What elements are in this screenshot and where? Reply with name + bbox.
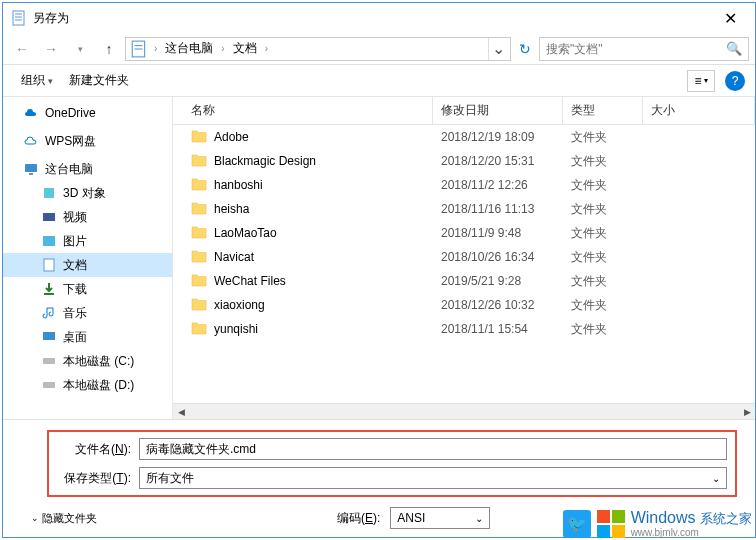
3d-objects-icon [41, 185, 57, 201]
table-row[interactable]: xiaoxiong2018/12/26 10:32文件夹 [173, 293, 755, 317]
breadcrumb-root[interactable]: 这台电脑 [161, 40, 217, 57]
table-row[interactable]: Blackmagic Design2018/12/20 15:31文件夹 [173, 149, 755, 173]
help-button[interactable]: ? [725, 71, 745, 91]
svg-rect-14 [43, 358, 55, 364]
svg-rect-15 [43, 382, 55, 388]
file-type: 文件夹 [563, 321, 643, 338]
chevron-right-icon: › [221, 43, 224, 54]
wps-cloud-icon [23, 133, 39, 149]
file-list-area: 名称 修改日期 类型 大小 Adobe2018/12/19 18:09文件夹Bl… [173, 97, 755, 419]
folder-icon [191, 321, 207, 338]
column-size[interactable]: 大小 [643, 97, 755, 124]
refresh-button[interactable]: ↻ [514, 41, 536, 57]
breadcrumb[interactable]: › 这台电脑 › 文档 › ⌄ [125, 37, 511, 61]
encoding-select[interactable]: ANSI⌄ [390, 507, 490, 529]
file-date: 2018/10/26 16:34 [433, 250, 563, 264]
file-name: Navicat [214, 250, 254, 264]
document-location-icon [130, 40, 148, 58]
folder-icon [191, 129, 207, 146]
table-row[interactable]: heisha2018/11/16 11:13文件夹 [173, 197, 755, 221]
sidebar-pictures[interactable]: 图片 [3, 229, 172, 253]
organize-menu[interactable]: 组织▾ [13, 72, 61, 89]
file-name: xiaoxiong [214, 298, 265, 312]
sidebar-thispc[interactable]: 这台电脑 [3, 157, 172, 181]
file-name: heisha [214, 202, 249, 216]
chevron-right-icon: › [154, 43, 157, 54]
filetype-select[interactable]: 所有文件⌄ [139, 467, 727, 489]
pictures-icon [41, 233, 57, 249]
sidebar-wps[interactable]: WPS网盘 [3, 129, 172, 153]
search-box[interactable]: 🔍 [539, 37, 749, 61]
file-type: 文件夹 [563, 129, 643, 146]
filetype-row: 保存类型(T): 所有文件⌄ [57, 467, 727, 489]
svg-rect-8 [29, 173, 33, 175]
file-type: 文件夹 [563, 153, 643, 170]
back-button[interactable]: ← [9, 36, 35, 62]
sidebar-disk-c[interactable]: 本地磁盘 (C:) [3, 349, 172, 373]
search-input[interactable] [546, 42, 726, 56]
svg-rect-9 [44, 188, 54, 198]
table-row[interactable]: Adobe2018/12/19 18:09文件夹 [173, 125, 755, 149]
file-name: WeChat Files [214, 274, 286, 288]
file-type: 文件夹 [563, 177, 643, 194]
table-row[interactable]: hanboshi2018/11/2 12:26文件夹 [173, 173, 755, 197]
chevron-down-icon: ⌄ [475, 513, 483, 524]
sidebar-disk-d[interactable]: 本地磁盘 (D:) [3, 373, 172, 397]
table-row[interactable]: Navicat2018/10/26 16:34文件夹 [173, 245, 755, 269]
sidebar-music[interactable]: 音乐 [3, 301, 172, 325]
sidebar-onedrive[interactable]: OneDrive [3, 101, 172, 125]
chevron-down-icon: ⌄ [712, 473, 720, 484]
navigation-tree[interactable]: OneDrive WPS网盘 这台电脑 3D 对象 视频 图片 文档 下载 音乐… [3, 97, 173, 419]
view-mode-dropdown[interactable]: ≡ ▾ [687, 70, 715, 92]
downloads-icon [41, 281, 57, 297]
table-row[interactable]: LaoMaoTao2018/11/9 9:48文件夹 [173, 221, 755, 245]
chevron-right-icon: › [265, 43, 268, 54]
file-list[interactable]: Adobe2018/12/19 18:09文件夹Blackmagic Desig… [173, 125, 755, 403]
column-date[interactable]: 修改日期 [433, 97, 563, 124]
table-row[interactable]: WeChat Files2019/5/21 9:28文件夹 [173, 269, 755, 293]
column-type[interactable]: 类型 [563, 97, 643, 124]
hide-folders-toggle[interactable]: ⌄隐藏文件夹 [31, 511, 97, 526]
column-name[interactable]: 名称 [173, 97, 433, 124]
file-name: Adobe [214, 130, 249, 144]
sidebar-videos[interactable]: 视频 [3, 205, 172, 229]
notepad-icon [11, 10, 27, 26]
scroll-left-icon[interactable]: ◀ [173, 407, 189, 417]
recent-dropdown[interactable]: ▾ [67, 36, 93, 62]
folder-icon [191, 153, 207, 170]
titlebar: 另存为 ✕ [3, 3, 755, 33]
highlight-annotation: 文件名(N): 保存类型(T): 所有文件⌄ [47, 430, 737, 497]
file-date: 2018/11/16 11:13 [433, 202, 563, 216]
body-area: OneDrive WPS网盘 这台电脑 3D 对象 视频 图片 文档 下载 音乐… [3, 97, 755, 419]
computer-icon [23, 161, 39, 177]
sidebar-documents[interactable]: 文档 [3, 253, 172, 277]
navigation-bar: ← → ▾ ↑ › 这台电脑 › 文档 › ⌄ ↻ 🔍 [3, 33, 755, 65]
sidebar-3d-objects[interactable]: 3D 对象 [3, 181, 172, 205]
filename-input[interactable] [139, 438, 727, 460]
file-name: yunqishi [214, 322, 258, 336]
horizontal-scrollbar[interactable]: ◀ ▶ [173, 403, 755, 419]
breadcrumb-dropdown[interactable]: ⌄ [488, 38, 508, 60]
sidebar-downloads[interactable]: 下载 [3, 277, 172, 301]
view-options: ≡ ▾ [687, 70, 715, 92]
svg-rect-13 [43, 332, 55, 340]
new-folder-button[interactable]: 新建文件夹 [61, 72, 137, 89]
filename-row: 文件名(N): [57, 438, 727, 460]
breadcrumb-current[interactable]: 文档 [229, 40, 261, 57]
search-icon: 🔍 [726, 41, 742, 56]
table-row[interactable]: yunqishi2018/11/1 15:54文件夹 [173, 317, 755, 341]
scroll-right-icon[interactable]: ▶ [739, 407, 755, 417]
file-date: 2018/12/26 10:32 [433, 298, 563, 312]
filename-label: 文件名(N): [57, 441, 131, 458]
folder-icon [191, 225, 207, 242]
chevron-down-icon: ⌄ [31, 513, 39, 523]
file-date: 2018/12/19 18:09 [433, 130, 563, 144]
sidebar-desktop[interactable]: 桌面 [3, 325, 172, 349]
up-button[interactable]: ↑ [96, 36, 122, 62]
close-button[interactable]: ✕ [708, 4, 753, 32]
folder-icon [191, 201, 207, 218]
window-title: 另存为 [33, 10, 708, 27]
file-type: 文件夹 [563, 249, 643, 266]
svg-rect-12 [44, 259, 54, 271]
forward-button[interactable]: → [38, 36, 64, 62]
